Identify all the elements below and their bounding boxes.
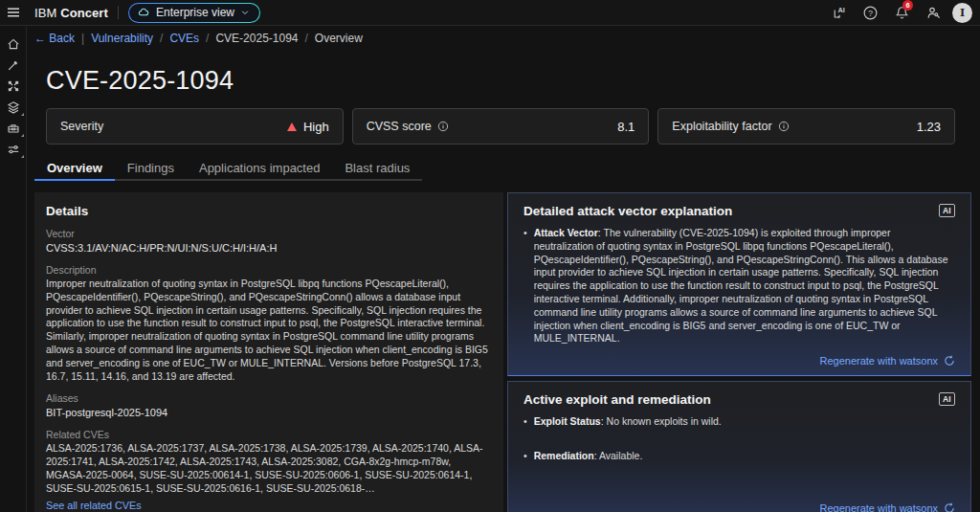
bullet-text: No known exploits in wild. (607, 415, 722, 427)
submenu-indicator (21, 155, 24, 158)
breadcrumb-separator: / (160, 32, 163, 45)
sidebar-item-layers[interactable] (4, 99, 23, 115)
bullet-text: Available. (599, 450, 642, 461)
details-title: Details (46, 204, 492, 218)
description-label: Description (46, 264, 492, 276)
back-link[interactable]: ← Back (34, 32, 75, 45)
svg-text:?: ? (867, 8, 872, 17)
severity-card: Severity High (46, 108, 344, 145)
bullet-dot: • (523, 450, 527, 463)
bullet-dot: • (523, 415, 527, 429)
page-title: CVE-2025-1094 (46, 65, 980, 96)
brand-product: Concert (60, 6, 108, 20)
bullet-term: Remediation (534, 450, 599, 461)
brand-ibm: IBM (34, 6, 56, 20)
details-panel: Details Vector CVSS:3.1/AV:N/AC:H/PR:N/U… (34, 192, 503, 512)
submenu-indicator (21, 134, 24, 137)
header-divider (118, 6, 119, 19)
breadcrumb: ← Back | Vulnerability / CVEs / CVE-2025… (27, 27, 980, 50)
notification-badge: 6 (902, 0, 913, 11)
aliases-value: BIT-postgresql-2025-1094 (46, 406, 492, 419)
info-icon[interactable] (778, 121, 790, 132)
regenerate-label: Regenerate with watsonx (819, 502, 938, 512)
breadcrumb-item-overview: Overview (315, 32, 363, 45)
vector-value: CVSS:3.1/AV:N/AC:H/PR:N/UI:N/S:U/C:H/I:H… (46, 241, 492, 255)
remediation-bullet: • RemediationAvailable. (523, 450, 955, 463)
restart-icon (944, 502, 955, 512)
exploitability-label: Exploitability factor (672, 120, 771, 133)
breadcrumb-item-cves[interactable]: CVEs (169, 32, 199, 45)
brand-logo[interactable]: IBM Concert (34, 6, 108, 20)
exploitability-card: Exploitability factor 1.23 (657, 108, 955, 145)
left-nav-rail (0, 27, 27, 512)
user-settings-icon[interactable] (921, 0, 946, 25)
breadcrumb-separator: / (305, 32, 308, 45)
menu-icon[interactable] (0, 0, 27, 26)
ai-insights-icon[interactable]: AI (826, 0, 851, 25)
exploit-status-bullet: • Exploit StatusNo known exploits in wil… (523, 415, 955, 429)
breadcrumb-item-vulnerability[interactable]: Vulnerability (91, 32, 153, 45)
related-cves-label: Related CVEs (46, 429, 492, 440)
bullet-term: Attack Vector (534, 227, 604, 238)
cvss-score-label: CVSS score (367, 120, 432, 133)
tab-blast-radius[interactable]: Blast radius (332, 156, 422, 181)
tab-applications-impacted[interactable]: Applications impacted (187, 156, 332, 181)
sidebar-item-toolbox[interactable] (4, 120, 23, 136)
related-cves-text: ALSA-2025:1736, ALSA-2025:1737, ALSA-202… (46, 442, 492, 495)
app-header: IBM Concert Enterprise view AI ? (0, 0, 980, 26)
attack-vector-panel: Detailed attack vector explanation AI • … (507, 192, 971, 376)
sidebar-item-home[interactable] (4, 35, 23, 52)
sidebar-item-settings-adjust[interactable] (4, 141, 23, 157)
regenerate-label: Regenerate with watsonx (819, 355, 938, 367)
bullet-term: Exploit Status (534, 415, 607, 427)
warning-triangle-icon (287, 122, 297, 131)
restart-icon (944, 355, 955, 367)
severity-value: High (303, 120, 329, 134)
ai-label-badge[interactable]: AI (939, 204, 956, 217)
sidebar-item-tools[interactable] (4, 56, 23, 73)
exploit-remediation-panel: Active exploit and remediation AI • Expl… (507, 381, 971, 512)
cvss-score-value: 8.1 (617, 120, 635, 134)
breadcrumb-item-cve-id: CVE-2025-1094 (215, 32, 298, 45)
notifications-icon[interactable]: 6 (889, 0, 914, 25)
vector-label: Vector (46, 228, 492, 239)
svg-text:AI: AI (837, 6, 844, 14)
help-icon[interactable]: ? (858, 0, 882, 25)
breadcrumb-divider: | (81, 32, 84, 45)
tab-findings[interactable]: Findings (115, 156, 187, 181)
severity-label: Severity (60, 120, 103, 133)
regenerate-with-watsonx-link[interactable]: Regenerate with watsonx (819, 355, 955, 367)
description-text: Improper neutralization of quoting synta… (46, 278, 492, 383)
aliases-label: Aliases (46, 392, 492, 404)
bullet-text: The vulnerability (CVE-2025-1094) is exp… (534, 227, 948, 344)
bullet-dot: • (523, 227, 527, 345)
tab-bar: Overview Findings Applications impacted … (34, 156, 422, 181)
exploitability-value: 1.23 (917, 120, 941, 134)
tab-overview[interactable]: Overview (34, 156, 115, 181)
info-icon[interactable] (437, 121, 449, 132)
avatar[interactable]: I (952, 3, 972, 23)
breadcrumb-separator: / (206, 32, 209, 45)
ai-label-badge[interactable]: AI (939, 392, 956, 406)
chevron-down-icon (240, 8, 250, 17)
regenerate-with-watsonx-link[interactable]: Regenerate with watsonx (819, 502, 955, 512)
enterprise-view-label: Enterprise view (156, 6, 234, 19)
enterprise-view-switcher[interactable]: Enterprise view (128, 3, 260, 23)
exploit-remediation-panel-title: Active exploit and remediation (523, 392, 711, 407)
metric-cards: Severity High CVSS score 8.1 Exploitabil… (46, 108, 955, 145)
attack-vector-panel-title: Detailed attack vector explanation (523, 204, 732, 218)
sidebar-item-connections[interactable] (4, 78, 23, 94)
enterprise-view-icon (137, 6, 150, 19)
submenu-indicator (21, 113, 24, 116)
cvss-score-card: CVSS score 8.1 (352, 108, 650, 145)
see-all-related-cves-link[interactable]: See all related CVEs (46, 500, 142, 511)
attack-vector-bullet: • Attack VectorThe vulnerability (CVE-20… (523, 227, 955, 345)
